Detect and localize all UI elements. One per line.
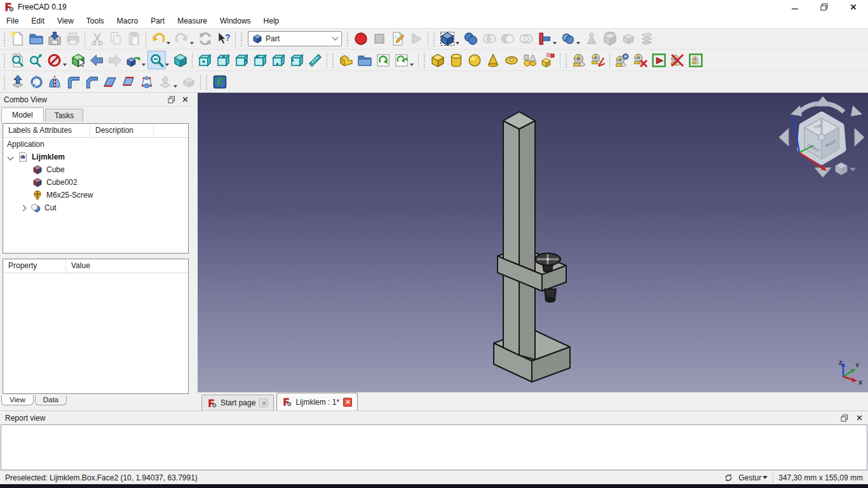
cut-button[interactable]	[88, 30, 106, 48]
part-compound-button[interactable]	[438, 30, 456, 48]
link-tools-dropdown[interactable]	[410, 64, 414, 66]
tab-model[interactable]: Model	[1, 107, 44, 122]
tab-lijmklem-document[interactable]: Lijmklem : 1*	[276, 393, 358, 410]
view-right-button[interactable]	[232, 51, 250, 69]
undo-dropdown[interactable]	[166, 42, 170, 44]
link-navigate-button[interactable]	[124, 51, 142, 69]
measure-clear-all-button[interactable]	[631, 51, 649, 69]
toggle-all-measurements-button[interactable]	[649, 51, 668, 69]
menu-macro[interactable]: Macro	[111, 15, 144, 27]
close-panel-icon[interactable]	[856, 414, 863, 421]
nav-forward-button[interactable]	[105, 51, 124, 69]
toolbar-grip[interactable]	[3, 31, 6, 46]
box-selection-button[interactable]	[69, 51, 87, 69]
close-panel-icon[interactable]	[182, 96, 189, 103]
float-panel-icon[interactable]	[168, 96, 175, 104]
menu-view[interactable]: View	[51, 15, 80, 27]
menu-edit[interactable]: Edit	[25, 15, 51, 27]
primitives-dialog-button[interactable]	[520, 51, 539, 69]
workbench-selector[interactable]: Part	[248, 31, 342, 46]
macro-edit-button[interactable]	[388, 30, 407, 48]
primitive-cone-button[interactable]	[484, 51, 502, 69]
tree-item-screw[interactable]: M6x25-Screw	[3, 189, 188, 201]
part-make-face-button[interactable]	[100, 72, 119, 91]
part-mirror-button[interactable]	[45, 72, 64, 91]
menu-part[interactable]: Part	[144, 15, 171, 27]
macro-play-button[interactable]	[407, 30, 425, 48]
part-split-button[interactable]	[559, 30, 577, 48]
fit-selection-button[interactable]	[27, 51, 45, 69]
measure-distance-button[interactable]	[306, 51, 324, 69]
report-view-content[interactable]	[1, 424, 867, 470]
part-boolean-xor-button[interactable]	[517, 30, 535, 48]
float-panel-icon[interactable]	[841, 414, 848, 422]
part-boolean-union-button[interactable]	[461, 30, 480, 48]
primitive-box-button[interactable]	[428, 51, 447, 69]
part-section-button[interactable]	[179, 72, 198, 91]
toolbar-grip[interactable]	[3, 53, 6, 68]
part-boolean-intersection-button[interactable]	[480, 30, 498, 48]
menu-windows[interactable]: Windows	[214, 15, 257, 27]
menu-file[interactable]: File	[0, 15, 25, 27]
open-document-button[interactable]	[27, 30, 45, 48]
toolbar-grip[interactable]	[432, 31, 436, 46]
collapse-caret-icon[interactable]	[20, 205, 27, 211]
measure-angular-button[interactable]	[588, 51, 607, 69]
part-compound-dropdown[interactable]	[456, 42, 459, 44]
tab-data-properties[interactable]: Data	[35, 395, 67, 405]
measure-refresh-button[interactable]	[613, 51, 631, 69]
tab-view-properties[interactable]: View	[1, 395, 34, 405]
part-cross-sections-button[interactable]	[637, 30, 656, 48]
menu-tools[interactable]: Tools	[80, 15, 111, 27]
part-defeaturing-button[interactable]	[582, 30, 600, 48]
tree-item-cube002[interactable]: Cube002	[3, 176, 188, 189]
toolbar-grip[interactable]	[564, 53, 568, 68]
primitive-cylinder-button[interactable]	[447, 51, 465, 69]
part-loft-button[interactable]	[137, 72, 156, 91]
view-bottom-button[interactable]	[269, 51, 287, 69]
toolbar-grip[interactable]	[423, 53, 426, 68]
create-part-button[interactable]	[337, 51, 355, 69]
part-chamfer-button[interactable]	[82, 72, 100, 91]
save-document-button[interactable]	[45, 30, 64, 48]
panel-splitter[interactable]	[193, 93, 198, 410]
print-button[interactable]	[64, 30, 82, 48]
shape-builder-button[interactable]	[539, 51, 557, 69]
macro-stop-button[interactable]	[370, 30, 388, 48]
draw-style-button[interactable]	[45, 51, 64, 69]
navigation-cube[interactable]: TOP FRONT RIGHT	[779, 97, 864, 177]
primitive-torus-button[interactable]	[502, 51, 520, 69]
zoom-tools-dropdown[interactable]	[165, 64, 169, 66]
part-split-dropdown[interactable]	[576, 42, 580, 44]
fit-all-button[interactable]	[8, 51, 27, 69]
tree-item-cube[interactable]: Cube	[3, 163, 188, 176]
toolbar-grip[interactable]	[331, 53, 335, 68]
part-ruled-surface-button[interactable]	[119, 72, 137, 91]
zoom-tools-button[interactable]	[147, 51, 166, 69]
primitive-sphere-button[interactable]	[465, 51, 484, 69]
toolbar-grip[interactable]	[205, 74, 208, 90]
tab-tasks[interactable]: Tasks	[45, 109, 84, 122]
nav-style-selector[interactable]: Gestur	[738, 473, 768, 482]
part-join-button[interactable]	[535, 30, 553, 48]
view-left-button[interactable]	[287, 51, 306, 69]
menu-help[interactable]: Help	[257, 15, 286, 27]
mini-cube-menu[interactable]	[836, 163, 856, 175]
tree-root-application[interactable]: Application	[3, 138, 188, 151]
tree-item-cut[interactable]: Cut	[3, 201, 188, 214]
redo-button[interactable]	[172, 30, 191, 48]
create-group-button[interactable]	[355, 51, 374, 69]
undo-button[interactable]	[149, 30, 167, 48]
close-tab-button[interactable]	[259, 398, 268, 407]
view-isometric-button[interactable]	[171, 51, 189, 69]
link-tools-button[interactable]	[392, 51, 410, 69]
part-fillet-button[interactable]	[64, 72, 82, 91]
toolbar-grip[interactable]	[3, 74, 6, 90]
part-join-dropdown[interactable]	[553, 42, 557, 44]
restore-button[interactable]	[810, 0, 839, 14]
view-front-button[interactable]	[195, 51, 214, 69]
refresh-button[interactable]	[196, 30, 214, 48]
tree-item-document[interactable]: Lijmklem	[3, 151, 188, 163]
toggle-3d-measurement-button[interactable]	[668, 51, 686, 69]
part-mirror-3d-button[interactable]	[600, 30, 619, 48]
